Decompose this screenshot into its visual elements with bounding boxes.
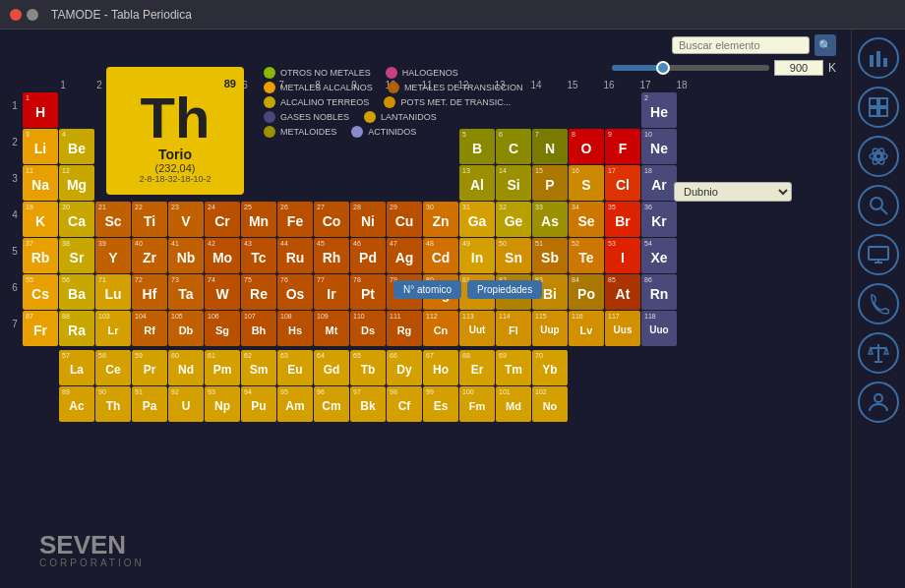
close-button[interactable] xyxy=(10,9,22,21)
element-Fr[interactable]: 87Fr xyxy=(23,311,58,346)
element-Pm[interactable]: 61Pm xyxy=(205,350,240,385)
element-K[interactable]: 19K xyxy=(23,202,58,237)
element-V[interactable]: 23V xyxy=(168,202,204,237)
element-Md[interactable]: 101Md xyxy=(496,386,531,422)
element-Tm[interactable]: 69Tm xyxy=(496,350,531,385)
element-Pa[interactable]: 91Pa xyxy=(132,386,167,422)
element-Fe[interactable]: 26Fe xyxy=(277,202,313,237)
element-Cf[interactable]: 98Cf xyxy=(387,386,422,422)
properties-button[interactable]: Propiedades xyxy=(467,280,542,299)
element-Uuo[interactable]: 118Uuo xyxy=(641,311,677,346)
element-Hs[interactable]: 108Hs xyxy=(277,311,313,346)
element-Na[interactable]: 11Na xyxy=(23,165,58,201)
bar-chart-button[interactable] xyxy=(858,37,899,79)
element-F[interactable]: 9F xyxy=(605,129,640,164)
element-Fl[interactable]: 114Fl xyxy=(496,311,531,346)
element-Eu[interactable]: 63Eu xyxy=(277,350,313,385)
element-Rh[interactable]: 45Rh xyxy=(314,238,349,273)
element-S[interactable]: 16S xyxy=(569,165,604,201)
element-P[interactable]: 15P xyxy=(532,165,568,201)
element-Uut[interactable]: 113Uut xyxy=(459,311,495,346)
element-Cu[interactable]: 29Cu xyxy=(387,202,422,237)
element-I[interactable]: 53I xyxy=(605,238,640,273)
element-Np[interactable]: 93Np xyxy=(205,386,240,422)
element-Pd[interactable]: 46Pd xyxy=(350,238,386,273)
element-At[interactable]: 85At xyxy=(605,274,640,310)
window-controls[interactable] xyxy=(10,9,38,21)
element-Os[interactable]: 76Os xyxy=(277,274,313,310)
element-Rf[interactable]: 104Rf xyxy=(132,311,167,346)
temperature-slider[interactable] xyxy=(612,65,769,71)
element-Xe[interactable]: 54Xe xyxy=(641,238,677,273)
element-Tb[interactable]: 65Tb xyxy=(350,350,386,385)
element-Dy[interactable]: 66Dy xyxy=(387,350,422,385)
element-Co[interactable]: 27Co xyxy=(314,202,349,237)
element-Al[interactable]: 13Al xyxy=(459,165,495,201)
element-Lr[interactable]: 103Lr xyxy=(95,311,131,346)
element-Uup[interactable]: 115Uup xyxy=(532,311,568,346)
element-Uus[interactable]: 117Uus xyxy=(605,311,640,346)
element-Lv[interactable]: 116Lv xyxy=(569,311,604,346)
element-Mg[interactable]: 12Mg xyxy=(59,165,94,201)
element-La[interactable]: 57La xyxy=(59,350,94,385)
element-Y[interactable]: 39Y xyxy=(95,238,131,273)
element-Po[interactable]: 84Po xyxy=(569,274,604,310)
element-Li[interactable]: 3Li xyxy=(23,129,58,164)
monitor-button[interactable] xyxy=(858,234,899,275)
element-Gd[interactable]: 64Gd xyxy=(314,350,349,385)
element-Zn[interactable]: 30Zn xyxy=(423,202,458,237)
element-Se[interactable]: 34Se xyxy=(569,202,604,237)
element-Mo[interactable]: 42Mo xyxy=(205,238,240,273)
element-Ag[interactable]: 47Ag xyxy=(387,238,422,273)
element-Ds[interactable]: 110Ds xyxy=(350,311,386,346)
element-Bk[interactable]: 97Bk xyxy=(350,386,386,422)
element-Be[interactable]: 4Be xyxy=(59,129,94,164)
element-Sr[interactable]: 38Sr xyxy=(59,238,94,273)
scale-button[interactable] xyxy=(858,332,899,374)
element-In[interactable]: 49In xyxy=(459,238,495,273)
element-Ne[interactable]: 10Ne xyxy=(641,129,677,164)
element-Ar[interactable]: 18Ar xyxy=(641,165,677,201)
element-Ca[interactable]: 20Ca xyxy=(59,202,94,237)
element-Rn[interactable]: 86Rn xyxy=(641,274,677,310)
element-W[interactable]: 74W xyxy=(205,274,240,310)
element-Er[interactable]: 68Er xyxy=(459,350,495,385)
phone-button[interactable] xyxy=(858,283,899,324)
element-Db[interactable]: 105Db xyxy=(168,311,204,346)
element-Zr[interactable]: 40Zr xyxy=(132,238,167,273)
element-Tc[interactable]: 43Tc xyxy=(241,238,276,273)
element-Rb[interactable]: 37Rb xyxy=(23,238,58,273)
element-Br[interactable]: 35Br xyxy=(605,202,640,237)
element-Cl[interactable]: 17Cl xyxy=(605,165,640,201)
element-Nb[interactable]: 41Nb xyxy=(168,238,204,273)
element-Ga[interactable]: 31Ga xyxy=(459,202,495,237)
search-button[interactable]: 🔍 xyxy=(814,34,836,56)
element-He[interactable]: 2He xyxy=(641,92,677,128)
element-Ir[interactable]: 77Ir xyxy=(314,274,349,310)
element-Sg[interactable]: 106Sg xyxy=(205,311,240,346)
element-Cs[interactable]: 55Cs xyxy=(23,274,58,310)
element-Th[interactable]: 90Th xyxy=(95,386,131,422)
element-Mt[interactable]: 109Mt xyxy=(314,311,349,346)
element-H[interactable]: 1H xyxy=(23,92,58,128)
element-Rg[interactable]: 111Rg xyxy=(387,311,422,346)
element-Cd[interactable]: 48Cd xyxy=(423,238,458,273)
element-U[interactable]: 92U xyxy=(168,386,204,422)
search-input[interactable] xyxy=(672,36,810,54)
element-Ti[interactable]: 22Ti xyxy=(132,202,167,237)
atom-button[interactable] xyxy=(858,136,899,177)
element-O[interactable]: 8O xyxy=(569,129,604,164)
element-N[interactable]: 7N xyxy=(532,129,568,164)
element-Sn[interactable]: 50Sn xyxy=(496,238,531,273)
element-No[interactable]: 102No xyxy=(532,386,568,422)
element-Kr[interactable]: 36Kr xyxy=(641,202,677,237)
atomic-number-button[interactable]: N° atomico xyxy=(393,280,461,299)
element-Sc[interactable]: 21Sc xyxy=(95,202,131,237)
element-Pu[interactable]: 94Pu xyxy=(241,386,276,422)
element-Ni[interactable]: 28Ni xyxy=(350,202,386,237)
element-Ho[interactable]: 67Ho xyxy=(423,350,458,385)
element-Pr[interactable]: 59Pr xyxy=(132,350,167,385)
element-Cr[interactable]: 24Cr xyxy=(205,202,240,237)
element-Fm[interactable]: 100Fm xyxy=(459,386,495,422)
element-Te[interactable]: 52Te xyxy=(569,238,604,273)
